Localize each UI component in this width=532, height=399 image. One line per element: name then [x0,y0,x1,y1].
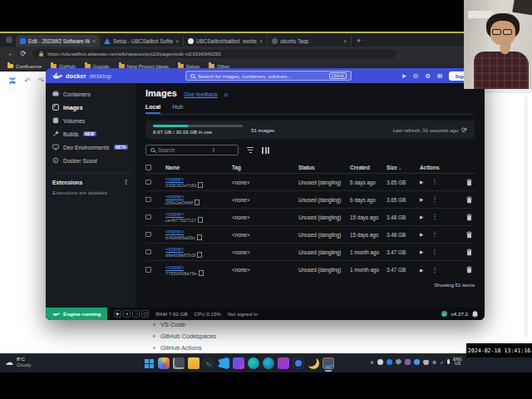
taskbar-icon-vscode[interactable] [218,357,229,369]
more-actions-icon[interactable]: ⋮ [431,196,438,203]
delete-icon[interactable] [466,214,472,221]
row-checkbox[interactable] [145,249,151,255]
page-scrollbar[interactable] [525,96,528,337]
language-switcher[interactable]: ENG US [453,357,462,367]
col-created[interactable]: Created [350,165,387,170]
copy-icon[interactable] [200,271,203,275]
taskbar-icon-app5[interactable] [293,357,304,369]
grid-icon[interactable]: ⊞ [437,72,442,80]
close-icon[interactable]: × [259,38,263,44]
image-search-input[interactable] [158,147,241,153]
taskbar-icon-app3[interactable] [263,357,274,369]
run-icon[interactable]: ▶ [420,214,423,219]
close-icon[interactable]: × [92,38,96,44]
run-icon[interactable]: ▶ [420,197,423,202]
row-checkbox[interactable] [145,232,151,238]
run-icon[interactable]: ▶ [420,232,423,237]
taskbar-icon-window[interactable] [173,357,185,369]
restart-engine-button[interactable]: ○ [132,310,140,318]
delete-icon[interactable] [466,249,472,256]
close-icon[interactable]: × [175,38,179,44]
select-all-checkbox[interactable] [145,165,151,170]
new-tab-button[interactable]: + [357,37,361,45]
table-row[interactable]: <none>77650458a78e <none> Unused (dangli… [145,261,475,278]
image-name-link[interactable]: <none> [165,264,232,270]
run-icon[interactable]: ▶ [420,268,423,273]
more-actions-icon[interactable]: ⋮ [431,179,438,185]
col-status[interactable]: Status [298,165,350,170]
image-name-link[interactable]: <none> [165,194,232,200]
col-tag[interactable]: Tag [232,165,298,170]
tab-github-repo[interactable]: UBCSailbot/sailbot_workspace: × [184,35,268,47]
sidebar-item-images[interactable]: Images [46,101,135,114]
engine-status[interactable]: Engine running [46,308,107,320]
col-name[interactable]: Name [165,165,232,170]
filter-icon[interactable] [247,147,254,153]
tray-shield-icon[interactable] [396,359,401,365]
image-name-link[interactable]: <none> [165,176,232,182]
taskbar-icon-terminal[interactable]: >_ [203,357,214,369]
table-row[interactable]: <none>ce4677527117 <none> Unused (dangli… [145,209,475,226]
give-feedback-link[interactable]: Give feedback [184,91,218,97]
sidebar-item-dev-environments[interactable]: Dev Environments BETA [46,140,135,154]
weather-widget[interactable]: ☁ 8°C Cloudy [5,357,31,367]
bookmark-confluence[interactable]: Confluence [7,63,42,69]
tray-color-icon[interactable] [405,359,411,365]
delete-icon[interactable] [466,266,472,273]
tray-chevron-icon[interactable]: ∧ [370,359,373,365]
docker-global-search[interactable]: Search for images, containers, volumes..… [185,71,352,81]
image-name-link[interactable]: <none> [165,211,232,217]
taskbar-icon-docker[interactable] [323,357,334,369]
sidebar-item-volumes[interactable]: Volumes [46,114,135,127]
tray-docker-icon[interactable] [377,359,383,365]
table-row[interactable]: <none>233b162e7c50 <none> Unused (dangli… [145,174,475,191]
taskbar-icon-app2[interactable] [248,357,259,369]
undo-icon[interactable]: ↶ [24,76,31,85]
table-row[interactable]: <none>fc40b666a39c <none> Unused (dangli… [145,226,475,244]
columns-icon[interactable] [262,147,269,154]
more-actions-icon[interactable]: ⋮ [431,249,438,255]
stop-engine-button[interactable]: ▢ [141,310,149,318]
copy-icon[interactable] [198,254,201,258]
refresh-icon[interactable]: ⟳ [461,126,467,134]
sidebar-item-docker-scout[interactable]: Docker Scout [46,154,135,167]
run-icon[interactable]: ▶ [420,180,423,185]
delete-icon[interactable] [466,196,472,204]
taskbar-icon-file-explorer[interactable] [188,357,200,369]
image-name-link[interactable]: <none> [165,246,232,252]
run-icon[interactable]: ▶ [420,249,423,254]
redo-icon[interactable]: ↷ [38,76,45,85]
delete-icon[interactable] [466,179,472,186]
more-actions-icon[interactable]: ⋮ [431,231,438,238]
close-icon[interactable]: × [343,38,347,44]
row-checkbox[interactable] [145,267,151,273]
row-checkbox[interactable] [145,180,151,185]
taskbar-icon-widgets[interactable] [158,357,170,369]
updates-icon[interactable]: ➤ [401,72,406,80]
tab-ubuntu-tags[interactable]: ubuntu Tags × [268,35,352,47]
bug-icon[interactable]: ⊙ [413,72,418,80]
image-search-box[interactable]: I [145,145,239,155]
tray-blue-icon[interactable] [387,359,392,365]
tab-local[interactable]: Local [145,104,160,114]
copy-icon[interactable] [198,236,201,240]
row-checkbox[interactable] [145,214,151,220]
tray-check-icon[interactable]: ✓ [440,359,444,365]
delete-icon[interactable] [466,231,472,239]
tray-mic-icon[interactable] [447,359,450,364]
copy-icon[interactable] [195,201,199,205]
pause-engine-button[interactable]: ⏸ [123,310,131,318]
tab-setup-doc[interactable]: Setup - UBCSailbot Software Te × [100,35,184,47]
copy-icon[interactable] [200,184,203,188]
tray-laptop-icon[interactable] [423,360,429,364]
copy-icon[interactable] [199,219,202,223]
taskbar-icon-app4[interactable] [278,357,289,369]
sidebar-item-containers[interactable]: Containers [46,87,135,101]
tab-hub[interactable]: Hub [172,104,183,114]
bell-icon[interactable] [472,311,478,318]
image-name-link[interactable]: <none> [165,229,232,234]
more-actions-icon[interactable]: ⋮ [431,267,438,273]
taskbar-icon-app6[interactable] [308,357,319,369]
reload-button[interactable]: ⟳ [21,50,27,57]
gear-icon[interactable]: ⚙ [425,72,431,80]
